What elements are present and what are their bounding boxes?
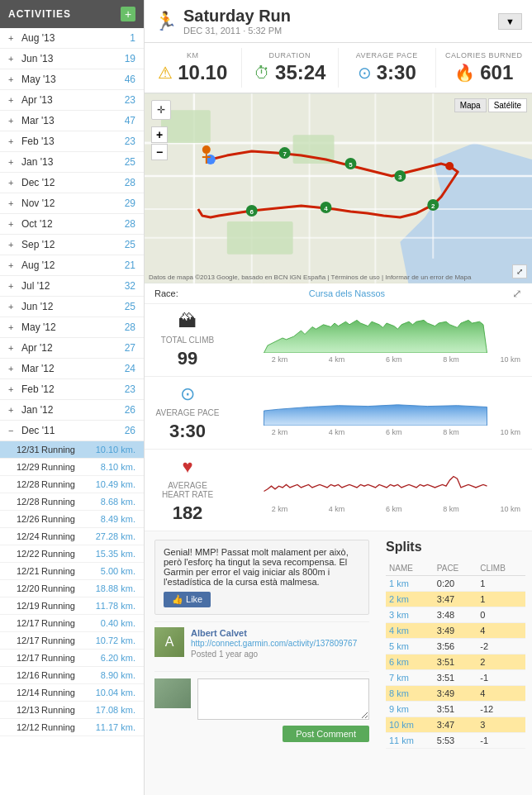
map-svg: 7 5 3 2 4 6 Datos de mapa ©201 bbox=[145, 93, 532, 283]
sidebar-month-item[interactable]: +Sep '1225 bbox=[0, 235, 144, 255]
activity-date-label: 12/17 bbox=[17, 636, 41, 645]
stat-km-value: 10.10 bbox=[178, 61, 227, 84]
pace-icon: ⊙ bbox=[358, 63, 372, 83]
month-toggle-icon: + bbox=[8, 260, 17, 270]
comment-textarea[interactable] bbox=[197, 678, 369, 720]
split-pace: 3:51 bbox=[434, 655, 477, 670]
sidebar-month-item[interactable]: +Oct '1228 bbox=[0, 214, 144, 235]
pace-label-area: ⊙ AVERAGE PACE 3:30 bbox=[154, 383, 221, 442]
sidebar-title: ACTIVITIES bbox=[8, 8, 71, 20]
sidebar-activity-item[interactable]: 12/12Running11.17 km. bbox=[0, 719, 144, 736]
activity-distance-label: 8.90 km. bbox=[101, 670, 135, 680]
sidebar-month-item[interactable]: +Dec '1228 bbox=[0, 173, 144, 193]
heart-x-4: 8 km bbox=[443, 505, 459, 513]
map-zoom-out-button[interactable]: − bbox=[151, 144, 168, 160]
sidebar-month-item[interactable]: +Jun '1225 bbox=[0, 297, 144, 317]
activity-date-label: 12/12 bbox=[17, 722, 41, 732]
month-count: 25 bbox=[125, 156, 135, 168]
sidebar-month-item[interactable]: +Aug '131 bbox=[0, 28, 144, 49]
heart-x-2: 4 km bbox=[329, 505, 345, 513]
month-name: Apr '12 bbox=[21, 342, 125, 354]
sidebar-activity-item[interactable]: 12/31Running10.10 km. bbox=[0, 441, 144, 459]
sidebar-month-item[interactable]: +May '1346 bbox=[0, 69, 144, 90]
sidebar-month-item[interactable]: +Nov '1229 bbox=[0, 193, 144, 214]
activity-date-label: 12/14 bbox=[17, 688, 41, 697]
month-toggle-icon: + bbox=[8, 384, 17, 394]
sidebar-activity-item[interactable]: 12/21Running5.00 km. bbox=[0, 563, 144, 580]
splits-row: 11 km5:53-1 bbox=[386, 733, 525, 749]
main-content: 🏃 Saturday Run DEC 31, 2011 · 5:32 PM ▼ … bbox=[145, 0, 532, 795]
sidebar-month-item[interactable]: +Apr '1227 bbox=[0, 338, 144, 359]
svg-marker-32 bbox=[264, 320, 487, 353]
stat-duration-label: DURATION bbox=[249, 51, 332, 60]
heart-label: AVERAGE HEART RATE bbox=[154, 481, 221, 499]
sidebar-activity-item[interactable]: 12/24Running27.28 km. bbox=[0, 528, 144, 545]
comment-link[interactable]: http://connect.garmin.com/activity/13780… bbox=[191, 639, 369, 648]
map-view-button[interactable]: Mapa bbox=[454, 98, 487, 112]
header-dropdown-button[interactable]: ▼ bbox=[498, 13, 522, 30]
split-climb: -1 bbox=[477, 733, 525, 749]
month-toggle-icon: + bbox=[8, 95, 17, 105]
sidebar-month-item[interactable]: +Jan '1226 bbox=[0, 400, 144, 421]
stat-km: KM ⚠ 10.10 bbox=[145, 48, 242, 88]
sidebar-month-item[interactable]: +May '1228 bbox=[0, 317, 144, 338]
sidebar-month-item[interactable]: −Dec '1126 bbox=[0, 421, 144, 441]
sidebar-month-item[interactable]: +Jul '1232 bbox=[0, 276, 144, 297]
map-expand-button[interactable]: ⤢ bbox=[512, 264, 527, 278]
sidebar-activity-item[interactable]: 12/17Running10.72 km. bbox=[0, 632, 144, 650]
month-name: Dec '12 bbox=[21, 177, 125, 188]
sidebar-activity-item[interactable]: 12/28Running10.49 km. bbox=[0, 476, 144, 493]
add-activity-button[interactable]: + bbox=[121, 7, 135, 21]
sidebar-month-item[interactable]: +Jun '1319 bbox=[0, 49, 144, 69]
post-comment-button[interactable]: Post Comment bbox=[283, 726, 369, 742]
heart-chart-row: ♥ AVERAGE HEART RATE 182 2 km 4 km 6 km … bbox=[145, 450, 532, 531]
sidebar-month-item[interactable]: +Apr '1323 bbox=[0, 90, 144, 111]
sidebar-activity-item[interactable]: 12/20Running18.88 km. bbox=[0, 580, 144, 597]
month-count: 47 bbox=[125, 115, 135, 126]
split-pace: 3:49 bbox=[434, 623, 477, 639]
satellite-view-button[interactable]: Satélite bbox=[488, 98, 527, 112]
sidebar-month-item[interactable]: +Mar '1347 bbox=[0, 111, 144, 131]
sidebar-activity-item[interactable]: 12/29Running8.10 km. bbox=[0, 459, 144, 476]
sidebar-activity-item[interactable]: 12/16Running8.90 km. bbox=[0, 667, 144, 684]
sidebar-activity-item[interactable]: 12/13Running17.08 km. bbox=[0, 702, 144, 719]
sidebar-activity-item[interactable]: 12/17Running0.40 km. bbox=[0, 615, 144, 632]
sidebar-activity-item[interactable]: 12/14Running10.04 km. bbox=[0, 684, 144, 702]
sidebar-activity-item[interactable]: 12/22Running15.35 km. bbox=[0, 545, 144, 563]
split-pace: 3:51 bbox=[434, 670, 477, 686]
run-icon: 🏃 bbox=[154, 11, 177, 32]
svg-rect-13 bbox=[227, 221, 293, 255]
split-climb: -12 bbox=[477, 702, 525, 717]
like-button[interactable]: 👍 Like bbox=[164, 592, 211, 607]
month-name: Mar '12 bbox=[21, 363, 125, 374]
sidebar-activity-item[interactable]: 12/26Running8.49 km. bbox=[0, 511, 144, 528]
sidebar-activity-item[interactable]: 12/19Running11.78 km. bbox=[0, 597, 144, 615]
month-name: Dec '11 bbox=[21, 425, 125, 436]
pace-x-5: 10 km bbox=[500, 428, 520, 436]
sidebar-month-item[interactable]: +Feb '1323 bbox=[0, 131, 144, 152]
month-toggle-icon: − bbox=[8, 426, 17, 436]
activity-distance-label: 10.72 km. bbox=[96, 636, 135, 645]
svg-text:3: 3 bbox=[398, 174, 402, 181]
stat-calories-label: CALORIES BURNED bbox=[443, 51, 526, 60]
month-count: 21 bbox=[125, 259, 135, 271]
sidebar-activity-item[interactable]: 12/17Running6.20 km. bbox=[0, 650, 144, 667]
expand-icon[interactable]: ⤢ bbox=[512, 287, 522, 300]
activity-type-label: Running bbox=[41, 670, 101, 680]
map-background: 7 5 3 2 4 6 Datos de mapa ©201 bbox=[145, 93, 532, 283]
svg-text:Datos de mapa ©2013 Google, ba: Datos de mapa ©2013 Google, basado en BC… bbox=[149, 274, 472, 281]
split-climb: 3 bbox=[477, 717, 525, 733]
sidebar-month-item[interactable]: +Mar '1224 bbox=[0, 359, 144, 379]
map-nav-control[interactable]: ✛ bbox=[151, 100, 171, 120]
split-name: 11 km bbox=[386, 733, 434, 749]
activity-title-group: Saturday Run DEC 31, 2011 · 5:32 PM bbox=[183, 7, 291, 36]
month-toggle-icon: + bbox=[8, 136, 17, 146]
pace-x-3: 6 km bbox=[386, 428, 402, 436]
sidebar-month-item[interactable]: +Aug '1221 bbox=[0, 255, 144, 276]
sidebar-month-item[interactable]: +Jan '1325 bbox=[0, 152, 144, 173]
sidebar-activity-item[interactable]: 12/28Running8.68 km. bbox=[0, 493, 144, 511]
split-climb: 1 bbox=[477, 576, 525, 592]
sidebar-month-item[interactable]: +Feb '1223 bbox=[0, 379, 144, 400]
heart-icon: ♥ bbox=[182, 456, 192, 478]
map-zoom-in-button[interactable]: + bbox=[151, 126, 168, 143]
